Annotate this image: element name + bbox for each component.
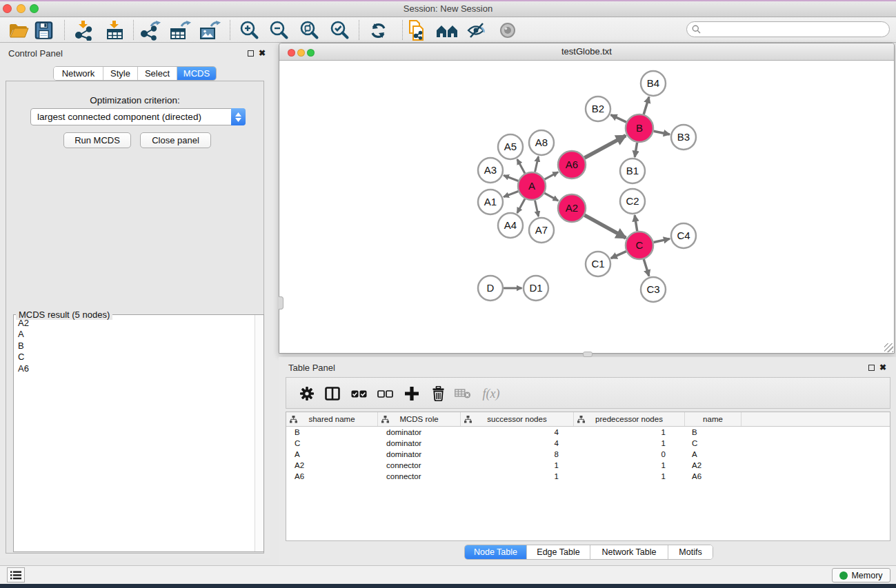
zoom-out-icon[interactable]	[266, 19, 291, 41]
mcds-result-item[interactable]: C	[14, 352, 254, 363]
split-table-icon[interactable]	[322, 385, 343, 403]
refresh-layout-icon[interactable]	[366, 19, 390, 41]
table-cell[interactable]: A2	[286, 460, 378, 471]
search-field[interactable]	[686, 21, 890, 37]
network-zoom-button[interactable]	[307, 49, 315, 57]
table-cell[interactable]: A6	[685, 471, 741, 482]
table-cell[interactable]: 1	[574, 460, 685, 471]
float-panel-icon[interactable]	[248, 50, 254, 57]
graph-edge-A-A1[interactable]	[504, 192, 518, 197]
table-cell[interactable]: 1	[574, 438, 685, 449]
memory-button[interactable]: Memory	[832, 568, 890, 582]
graph-edge-B-B1[interactable]	[635, 143, 637, 157]
mcds-result-item[interactable]: A2	[14, 318, 254, 329]
table-cell[interactable]: 4	[461, 427, 574, 438]
graph-edge-B-B3[interactable]	[654, 131, 670, 134]
tab-mcds[interactable]: MCDS	[177, 67, 216, 80]
graph-edge-A6-B[interactable]	[584, 136, 626, 158]
close-panel-button[interactable]: Close panel	[140, 132, 211, 148]
table-cell[interactable]: connector	[378, 471, 461, 482]
network-canvas-svg[interactable]: AA1A2A3A4A5A6A7A8BB1B2B3B4CC1C2C3C4DD1	[279, 61, 894, 354]
export-table-icon[interactable]	[168, 19, 192, 41]
gear-icon[interactable]	[297, 385, 317, 403]
mcds-result-item[interactable]: B	[14, 341, 254, 352]
graph-edge-B-B4[interactable]	[644, 97, 649, 114]
table-cell[interactable]: dominator	[378, 438, 461, 449]
graph-edge-A-A4[interactable]	[517, 199, 525, 213]
close-window-button[interactable]	[3, 4, 12, 13]
zoom-selected-icon[interactable]	[327, 19, 352, 41]
deselect-all-icon[interactable]	[375, 385, 395, 403]
graph-edge-C-C1[interactable]	[611, 252, 626, 258]
network-close-button[interactable]	[288, 49, 295, 57]
column-header-successor-nodes[interactable]: successor nodes	[461, 412, 574, 426]
tab-network-table[interactable]: Network Table	[590, 545, 668, 559]
save-session-icon[interactable]	[31, 19, 56, 41]
table-cell[interactable]: dominator	[378, 427, 461, 438]
table-cell[interactable]: 8	[461, 449, 574, 460]
zoom-fit-icon[interactable]	[297, 19, 321, 41]
table-row[interactable]: Cdominator41C	[286, 438, 890, 449]
zoom-window-button[interactable]	[30, 4, 39, 13]
tab-style[interactable]: Style	[103, 67, 138, 80]
table-cell[interactable]: 0	[574, 449, 685, 460]
window-resize-grip[interactable]	[884, 343, 893, 352]
table-cell[interactable]: C	[286, 438, 378, 449]
graph-edge-A-A3[interactable]	[504, 175, 518, 181]
result-scrollbar[interactable]	[255, 315, 263, 551]
table-cell[interactable]: C	[685, 438, 741, 449]
tab-network[interactable]: Network	[54, 67, 103, 80]
close-table-panel-icon[interactable]: ✖	[879, 363, 886, 372]
graph-edge-A2-C[interactable]	[584, 215, 626, 238]
graph-edge-A-A2[interactable]	[544, 193, 558, 201]
show-eye-icon[interactable]	[495, 19, 520, 41]
graph-edge-C-C2[interactable]	[635, 215, 637, 231]
graph-edge-C-C3[interactable]	[644, 259, 649, 276]
table-row[interactable]: A6connector11A6	[286, 471, 890, 482]
table-cell[interactable]: B	[685, 427, 741, 438]
table-cell[interactable]: dominator	[378, 449, 461, 460]
table-row[interactable]: A2connector11A2	[286, 460, 890, 471]
table-row[interactable]: Bdominator41B	[286, 427, 890, 438]
table-cell[interactable]: B	[286, 427, 378, 438]
show-all-windows-icon[interactable]	[435, 19, 459, 41]
graph-edge-A-A8[interactable]	[535, 156, 539, 172]
select-all-icon[interactable]	[348, 385, 369, 403]
run-mcds-button[interactable]: Run MCDS	[63, 132, 131, 148]
column-header-shared-name[interactable]: shared name	[286, 412, 378, 426]
network-window-titlebar[interactable]: testGlobe.txt	[279, 43, 894, 61]
table-cell[interactable]: A2	[685, 460, 741, 471]
task-history-button[interactable]	[7, 567, 25, 582]
column-header-MCDS-role[interactable]: MCDS role	[378, 412, 461, 426]
optimization-dropdown[interactable]: largest connected component (directed)	[30, 108, 246, 125]
graph-edge-C-C4[interactable]	[654, 239, 670, 242]
clone-network-icon[interactable]	[405, 19, 430, 41]
table-cell[interactable]: A6	[286, 471, 378, 482]
float-table-panel-icon[interactable]	[868, 365, 875, 371]
export-network-icon[interactable]	[138, 19, 163, 41]
table-cell[interactable]: A	[685, 449, 741, 460]
export-image-icon[interactable]	[197, 19, 222, 41]
table-cell[interactable]: 4	[461, 438, 574, 449]
open-session-icon[interactable]	[6, 19, 31, 41]
table-cell[interactable]: 1	[461, 460, 574, 471]
close-panel-icon[interactable]: ✖	[259, 49, 266, 57]
table-cell[interactable]: 1	[461, 471, 574, 482]
table-row[interactable]: Adominator80A	[286, 449, 890, 460]
graph-edge-A-A7[interactable]	[535, 201, 538, 216]
add-column-icon[interactable]	[401, 385, 422, 403]
delete-table-icon[interactable]	[452, 385, 473, 403]
tab-edge-table[interactable]: Edge Table	[527, 545, 590, 559]
table-cell[interactable]: 1	[574, 427, 685, 438]
column-header-predecessor-nodes[interactable]: predecessor nodes	[574, 412, 685, 426]
tab-select[interactable]: Select	[138, 67, 177, 80]
function-builder-icon[interactable]: f(x)	[477, 385, 506, 403]
hide-panels-icon[interactable]	[464, 19, 489, 41]
import-network-icon[interactable]	[71, 19, 96, 41]
column-header-name[interactable]: name	[685, 412, 741, 426]
minimize-window-button[interactable]	[17, 4, 26, 13]
search-input[interactable]	[704, 25, 889, 34]
dropdown-stepper-icon[interactable]	[231, 108, 246, 125]
splitter-handle[interactable]	[583, 352, 593, 357]
delete-icon[interactable]	[428, 385, 448, 403]
